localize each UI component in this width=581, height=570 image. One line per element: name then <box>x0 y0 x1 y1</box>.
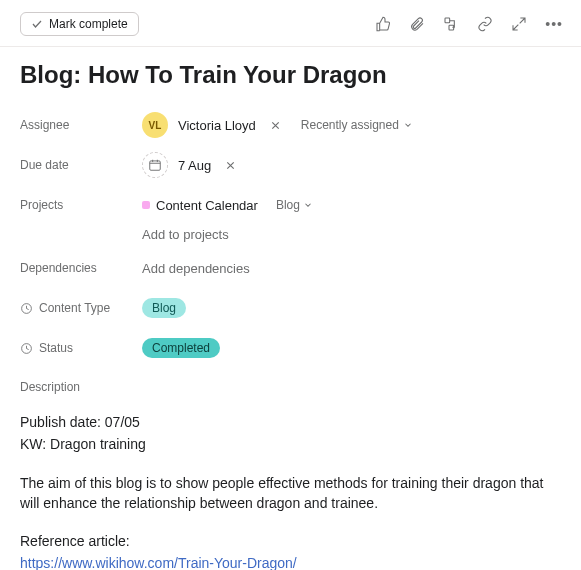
chevron-down-icon <box>303 200 313 210</box>
content-type-row: Content Type Blog <box>20 290 561 326</box>
content-type-label: Content Type <box>39 301 110 315</box>
more-icon[interactable]: ••• <box>545 16 563 32</box>
page-title[interactable]: Blog: How To Train Your Dragon <box>20 61 561 89</box>
status-pill[interactable]: Completed <box>142 338 220 358</box>
topbar: Mark complete ••• <box>0 0 581 47</box>
desc-line2: KW: Dragon training <box>20 434 561 454</box>
assignee-name[interactable]: Victoria Lloyd <box>178 118 256 133</box>
field-icon <box>20 302 33 315</box>
due-date-label: Due date <box>20 158 142 172</box>
mark-complete-label: Mark complete <box>49 17 128 31</box>
assignee-sort-dropdown[interactable]: Recently assigned <box>301 118 413 132</box>
desc-paragraph: The aim of this blog is to show people e… <box>20 473 561 514</box>
subtask-icon[interactable] <box>443 16 459 32</box>
status-row: Status Completed <box>20 330 561 366</box>
field-icon <box>20 342 33 355</box>
status-label: Status <box>39 341 73 355</box>
projects-row: Projects Content Calendar Blog <box>20 187 561 223</box>
add-project-row: Add to projects <box>20 227 561 242</box>
calendar-icon[interactable] <box>142 152 168 178</box>
desc-line1: Publish date: 07/05 <box>20 412 561 432</box>
clear-assignee-icon[interactable] <box>266 120 281 131</box>
desc-ref-link[interactable]: https://www.wikihow.com/Train-Your-Drago… <box>20 555 297 570</box>
content: Blog: How To Train Your Dragon Assignee … <box>0 47 581 570</box>
description-label: Description <box>20 380 561 394</box>
assignee-row: Assignee VL Victoria Lloyd Recently assi… <box>20 107 561 143</box>
add-to-projects-link[interactable]: Add to projects <box>142 227 229 242</box>
dependencies-label: Dependencies <box>20 261 142 275</box>
mark-complete-button[interactable]: Mark complete <box>20 12 139 36</box>
chevron-down-icon <box>403 120 413 130</box>
content-type-pill[interactable]: Blog <box>142 298 186 318</box>
project-column-label: Blog <box>276 198 300 212</box>
projects-label: Projects <box>20 198 142 212</box>
avatar[interactable]: VL <box>142 112 168 138</box>
like-icon[interactable] <box>375 16 391 32</box>
attachment-icon[interactable] <box>409 16 425 32</box>
dependencies-row: Dependencies Add dependencies <box>20 250 561 286</box>
clear-due-date-icon[interactable] <box>221 160 236 171</box>
svg-rect-0 <box>445 18 450 23</box>
topbar-actions: ••• <box>375 16 563 32</box>
link-icon[interactable] <box>477 16 493 32</box>
assignee-sort-label: Recently assigned <box>301 118 399 132</box>
due-date-row: Due date 7 Aug <box>20 147 561 183</box>
project-name[interactable]: Content Calendar <box>156 198 258 213</box>
description-body[interactable]: Publish date: 07/05 KW: Dragon training … <box>20 412 561 570</box>
expand-icon[interactable] <box>511 16 527 32</box>
assignee-label: Assignee <box>20 118 142 132</box>
svg-rect-2 <box>150 161 161 170</box>
check-icon <box>31 18 43 30</box>
add-dependencies-link[interactable]: Add dependencies <box>142 261 250 276</box>
project-color-dot <box>142 201 150 209</box>
desc-ref-label: Reference article: <box>20 531 561 551</box>
due-date-value[interactable]: 7 Aug <box>178 158 211 173</box>
project-column-dropdown[interactable]: Blog <box>276 198 313 212</box>
